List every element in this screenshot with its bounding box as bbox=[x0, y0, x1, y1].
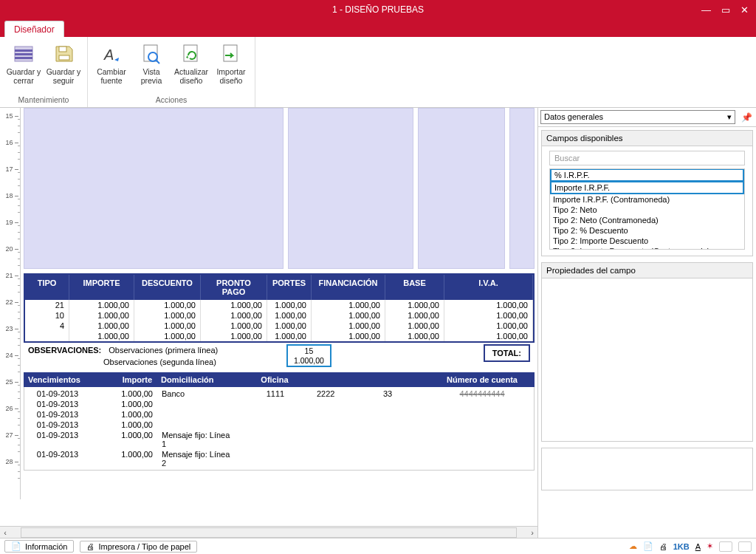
close-button[interactable]: ✕ bbox=[740, 4, 749, 16]
svg-rect-5 bbox=[59, 55, 69, 60]
change-font-button[interactable]: A Cambiar fuente bbox=[92, 40, 131, 86]
star-icon[interactable]: ✶ bbox=[707, 541, 713, 551]
ruler-tick: 25 bbox=[0, 378, 18, 386]
save-close-button[interactable]: Guardar y cerrar bbox=[4, 40, 43, 86]
ribbon-group-actions: Acciones bbox=[156, 94, 188, 106]
rect-icon[interactable] bbox=[719, 541, 732, 552]
info-icon: 📄 bbox=[11, 541, 21, 551]
import-icon bbox=[219, 41, 244, 66]
panel-footer-box bbox=[542, 448, 752, 490]
table-row[interactable]: 01-09-20131.000,00Mensaje fijo: Línea 2 bbox=[24, 449, 534, 468]
svg-rect-1 bbox=[15, 49, 32, 52]
column-header[interactable]: DESCUENTO bbox=[134, 275, 201, 300]
column-header[interactable] bbox=[312, 372, 378, 387]
column-header[interactable]: IMPORTE bbox=[69, 275, 134, 300]
svg-rect-3 bbox=[15, 57, 32, 59]
placeholder-box[interactable] bbox=[418, 108, 505, 269]
horizontal-scrollbar[interactable]: ‹ › bbox=[0, 526, 537, 538]
list-item[interactable]: Tipo 2: Importe Descuento bbox=[550, 236, 744, 246]
observations-label: OBSERVACIONES: bbox=[28, 346, 101, 355]
info-button[interactable]: 📄 Información bbox=[4, 540, 74, 553]
cloud-icon[interactable]: ☁ bbox=[629, 541, 637, 551]
printer-button[interactable]: 🖨 Impresora / Tipo de papel bbox=[80, 541, 197, 553]
list-item[interactable]: Tipo 2: % Descuento bbox=[550, 225, 744, 236]
list-item[interactable]: Importe I.R.P.F. (Contramoneda) bbox=[550, 194, 744, 205]
column-header[interactable]: BASE bbox=[385, 275, 444, 300]
search-input[interactable]: Buscar bbox=[549, 151, 745, 165]
column-header[interactable]: TIPO bbox=[25, 275, 69, 300]
pin-icon[interactable]: 📌 bbox=[738, 112, 756, 123]
table-row[interactable]: 01-09-20131.000,00 bbox=[24, 420, 534, 430]
column-header[interactable]: Importe bbox=[90, 372, 157, 387]
design-canvas[interactable]: TIPOIMPORTEDESCUENTOPRONTO PAGOPORTESFIN… bbox=[21, 108, 537, 500]
minimize-button[interactable]: — bbox=[701, 4, 711, 16]
font-icon: A bbox=[99, 41, 124, 66]
list-item[interactable]: Tipo 2: Neto (Contramoneda) bbox=[550, 215, 744, 225]
panel-title-props: Propiedades del campo bbox=[542, 263, 752, 278]
ruler-tick: 28 bbox=[0, 458, 18, 465]
preview-button[interactable]: Vista previa bbox=[132, 40, 171, 86]
rect-icon[interactable] bbox=[738, 541, 752, 552]
list-item[interactable]: % I.R.P.F. bbox=[550, 168, 744, 182]
table-row[interactable]: 41.000,001.000,001.000,001.000,001.000,0… bbox=[25, 321, 533, 331]
column-header[interactable]: PRONTO PAGO bbox=[201, 275, 267, 300]
table-row[interactable]: 1.000,001.000,001.000,001.000,001.000,00… bbox=[25, 331, 533, 341]
ruler-tick: 21 bbox=[0, 272, 18, 279]
column-header[interactable] bbox=[378, 372, 430, 387]
svg-rect-4 bbox=[59, 47, 66, 52]
ruler-tick: 24 bbox=[0, 352, 18, 359]
table-row[interactable]: 101.000,001.000,001.000,001.000,001.000,… bbox=[25, 310, 533, 321]
observations-line: Observaciones (segunda línea) bbox=[103, 358, 216, 366]
ruler-tick: 18 bbox=[0, 192, 18, 199]
list-item[interactable]: Importe I.R.P.F. bbox=[550, 181, 744, 194]
column-header[interactable]: Vencimientos bbox=[24, 372, 90, 387]
ruler-tick: 23 bbox=[0, 325, 18, 332]
placeholder-box[interactable] bbox=[509, 108, 535, 269]
vertical-ruler: 1516171819202122232425262728 bbox=[0, 108, 21, 499]
refresh-design-button[interactable]: Actualizar diseño bbox=[172, 40, 210, 86]
column-header[interactable]: FINANCIACIÓN bbox=[312, 275, 385, 300]
save-close-icon bbox=[11, 41, 36, 66]
import-design-button[interactable]: Importar diseño bbox=[212, 40, 250, 86]
ruler-tick: 20 bbox=[0, 245, 18, 253]
refresh-icon bbox=[179, 41, 204, 66]
underline-icon[interactable]: A bbox=[695, 542, 701, 551]
placeholder-box[interactable] bbox=[24, 108, 284, 269]
list-item[interactable]: Tipo 2: Neto bbox=[550, 205, 744, 215]
ruler-tick: 15 bbox=[0, 112, 18, 120]
column-header[interactable]: PORTES bbox=[267, 275, 312, 300]
table-row[interactable]: 01-09-20131.000,00Banco11112222334444444… bbox=[24, 389, 534, 399]
column-header[interactable]: Domiciliación bbox=[157, 372, 238, 387]
list-item[interactable]: Tipo 2: Importe Descuento (Contramoneda) bbox=[550, 246, 744, 250]
design-canvas-scroll[interactable]: 1516171819202122232425262728 TIPOIMPORTE… bbox=[0, 108, 537, 526]
table-row[interactable]: 01-09-20131.000,00 bbox=[24, 409, 534, 420]
placeholder-box[interactable] bbox=[288, 108, 413, 269]
tab-designer[interactable]: Diseñador bbox=[4, 21, 64, 37]
ribbon-group-maintenance: Mantenimiento bbox=[18, 94, 69, 106]
selected-field-box[interactable]: 15 1.000,00 bbox=[286, 344, 331, 367]
page-icon[interactable]: 📄 bbox=[643, 541, 653, 551]
table-row[interactable]: 211.000,001.000,001.000,001.000,001.000,… bbox=[25, 300, 533, 310]
preview-icon bbox=[139, 41, 164, 66]
maximize-button[interactable]: ▭ bbox=[721, 4, 730, 16]
table-row[interactable]: 01-09-20131.000,00Mensaje fijo: Línea 1 bbox=[24, 430, 534, 449]
scroll-left-icon[interactable]: ‹ bbox=[0, 528, 10, 537]
ruler-tick: 17 bbox=[0, 165, 18, 173]
placeholder-row bbox=[21, 108, 537, 269]
totals-table[interactable]: TIPOIMPORTEDESCUENTOPRONTO PAGOPORTESFIN… bbox=[24, 273, 535, 343]
print-icon[interactable]: 🖨 bbox=[659, 542, 667, 551]
total-box[interactable]: TOTAL: bbox=[484, 344, 530, 362]
ruler-tick: 16 bbox=[0, 139, 18, 146]
title-bar: 1 - DISEÑO PRUEBAS — ▭ ✕ bbox=[0, 0, 756, 19]
column-header[interactable]: I.V.A. bbox=[444, 275, 533, 300]
table-row[interactable]: 01-09-20131.000,00 bbox=[24, 399, 534, 409]
column-header[interactable]: Número de cuenta bbox=[430, 372, 535, 387]
panel-dropdown[interactable]: Datos generales ▾ bbox=[540, 110, 735, 124]
ribbon: Guardar y cerrar Guardar y seguir Manten… bbox=[0, 37, 756, 108]
window-title: 1 - DISEÑO PRUEBAS bbox=[332, 4, 424, 15]
ruler-tick: 27 bbox=[0, 431, 18, 439]
column-header[interactable]: Oficina bbox=[238, 372, 312, 387]
save-continue-button[interactable]: Guardar y seguir bbox=[44, 40, 83, 86]
scroll-right-icon[interactable]: › bbox=[527, 528, 537, 537]
field-list[interactable]: % I.R.P.F.Importe I.R.P.F.Importe I.R.P.… bbox=[549, 168, 745, 250]
